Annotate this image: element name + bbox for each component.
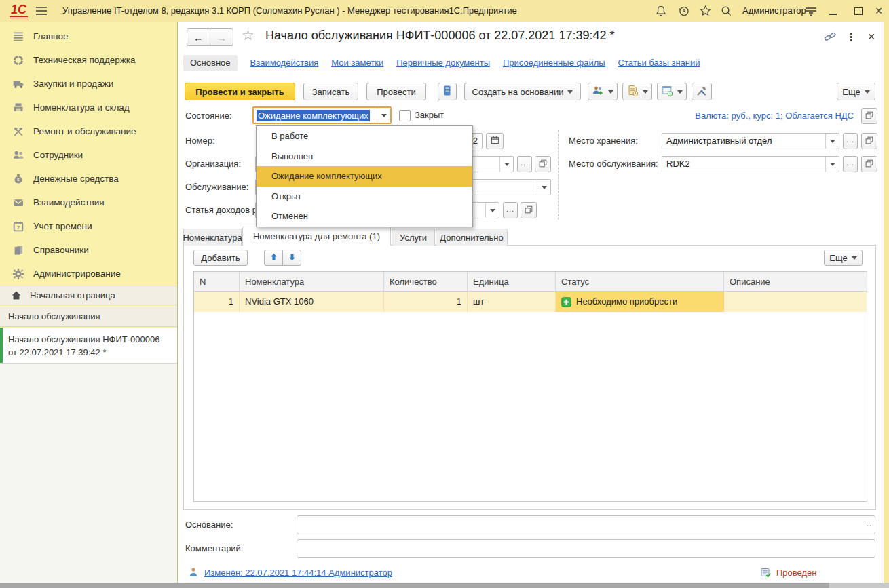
minimize-icon[interactable]: [822, 0, 843, 22]
back-button[interactable]: [187, 28, 210, 46]
sidebar-item-main[interactable]: Главное: [0, 24, 177, 48]
tab-nomenclature-repair[interactable]: Номенклатура для ремонта (1): [242, 227, 391, 246]
nav-link-interactions[interactable]: Взаимодействия: [250, 58, 319, 68]
hamburger-icon[interactable]: [34, 5, 49, 17]
calendar-button[interactable]: [486, 133, 504, 149]
service-place-choose-button[interactable]: [843, 156, 858, 172]
state-option-selected[interactable]: Ожидание комплектующих: [257, 166, 472, 187]
tab-nomenclature[interactable]: Номенклатура: [183, 229, 242, 246]
sidebar-item-employees[interactable]: Сотрудники: [0, 143, 177, 167]
sidebar-item-administration[interactable]: Администрирование: [0, 262, 177, 286]
service-place-open-button[interactable]: [861, 156, 877, 172]
organization-choose-button[interactable]: [517, 156, 532, 172]
post-and-close-button[interactable]: Провести и закрыть: [185, 83, 295, 100]
post-button[interactable]: Провести: [366, 83, 426, 100]
state-dropdown-button[interactable]: [377, 108, 390, 123]
cell-status[interactable]: Необходимо приобрести: [556, 292, 724, 312]
horizontal-scrollbar-thumb[interactable]: [0, 583, 829, 588]
create-based-on-button[interactable]: Создать на основании: [464, 83, 581, 100]
cell-quantity[interactable]: 1: [384, 292, 468, 312]
search-icon[interactable]: [718, 5, 734, 17]
move-down-button[interactable]: [282, 250, 301, 266]
link-icon[interactable]: [822, 30, 837, 43]
sidebar-item-warehouse[interactable]: Номенклатура и склад: [0, 96, 177, 119]
report-clock-button[interactable]: [657, 83, 687, 100]
column-header[interactable]: Статус: [556, 272, 724, 292]
add-row-button[interactable]: Добавить: [193, 250, 248, 266]
income-item-open-button[interactable]: [521, 202, 537, 218]
close-icon[interactable]: [869, 0, 889, 22]
sidebar-tab-active-document[interactable]: Начало обслуживания НФИТ-000006 от 22.07…: [0, 328, 177, 364]
bell-icon[interactable]: [653, 5, 669, 17]
sidebar-item-timesheet[interactable]: 7 Учет времени: [0, 214, 177, 238]
tab-additional[interactable]: Дополнительно: [436, 229, 508, 246]
state-option[interactable]: В работе: [257, 126, 472, 146]
save-button[interactable]: Записать: [303, 83, 358, 100]
horizontal-scrollbar-track[interactable]: [829, 583, 889, 588]
sidebar-item-money[interactable]: s Денежные средства: [0, 167, 177, 191]
storage-place-field[interactable]: Административный отдел: [662, 133, 839, 149]
document-clock-button[interactable]: [622, 83, 652, 100]
application-window: 1С Управление IT-отделом 8, редакция 3.1…: [0, 0, 889, 588]
column-header[interactable]: Описание: [724, 272, 867, 292]
column-header[interactable]: Единица измерения: [468, 272, 556, 292]
cell-unit[interactable]: шт: [468, 292, 556, 312]
sidebar-tab-home[interactable]: Начальная страница: [0, 286, 177, 305]
settings-wrench-button[interactable]: [692, 83, 712, 100]
column-header[interactable]: Номенклатура: [240, 272, 384, 292]
column-header[interactable]: Количество: [384, 272, 468, 292]
closed-checkbox-label[interactable]: Закрыт: [415, 107, 444, 123]
column-header[interactable]: N: [194, 272, 240, 292]
reason-choose-button[interactable]: [861, 516, 875, 534]
storage-place-choose-button[interactable]: [843, 133, 858, 149]
sidebar-item-support[interactable]: Техническая поддержка: [0, 48, 177, 72]
sidebar-item-interactions[interactable]: Взаимодействия: [0, 191, 177, 214]
comment-field[interactable]: [297, 539, 875, 558]
currency-info-link[interactable]: Валюта: руб., курс: 1; Облагается НДС: [577, 111, 854, 121]
modified-link[interactable]: Изменён: 22.07.2021 17:44:14 Администрат…: [204, 568, 392, 578]
create-user-button[interactable]: [588, 83, 618, 100]
history-icon[interactable]: [676, 5, 692, 17]
income-item-choose-button[interactable]: [503, 202, 518, 218]
nav-link-primary-docs[interactable]: Первичные документы: [396, 58, 490, 68]
cell-description[interactable]: [724, 292, 867, 312]
more-dots-icon[interactable]: [846, 30, 856, 43]
maximize-icon[interactable]: [848, 0, 869, 22]
dropdown-arrow-icon[interactable]: [825, 134, 839, 149]
cell-nomenclature[interactable]: NVidia GTX 1060: [240, 292, 384, 312]
state-option[interactable]: Отменен: [257, 206, 472, 227]
move-up-button[interactable]: [264, 250, 283, 266]
register-records-button[interactable]: [438, 83, 457, 100]
dropdown-arrow-icon[interactable]: [537, 180, 550, 195]
state-combobox[interactable]: Ожидание комплектующих: [252, 106, 392, 124]
star-outline-icon[interactable]: [242, 27, 254, 43]
currency-open-button[interactable]: [861, 108, 877, 124]
nav-link-kb-articles[interactable]: Статьи базы знаний: [618, 58, 700, 68]
dropdown-arrow-icon[interactable]: [825, 157, 839, 172]
service-place-field[interactable]: RDK2: [662, 156, 839, 172]
nav-link-notes[interactable]: Мои заметки: [331, 58, 383, 68]
forward-button[interactable]: [210, 28, 233, 46]
favorites-star-icon[interactable]: [697, 5, 713, 17]
nav-link-attached-files[interactable]: Присоединенные файлы: [503, 58, 605, 68]
tab-services[interactable]: Услуги: [392, 229, 435, 246]
sidebar-item-repair[interactable]: Ремонт и обслуживание: [0, 119, 177, 143]
storage-place-open-button[interactable]: [861, 133, 877, 149]
header-more-button[interactable]: Еще: [837, 83, 875, 100]
reason-field[interactable]: [297, 515, 875, 534]
dropdown-arrow-icon[interactable]: [485, 203, 499, 218]
current-user[interactable]: Администратор: [742, 0, 806, 22]
state-option[interactable]: Выполнен: [257, 146, 472, 167]
table-more-button[interactable]: Еще: [824, 250, 863, 266]
sidebar-tab-doc-list[interactable]: Начало обслуживания: [0, 306, 177, 327]
sidebar-item-references[interactable]: Справочники: [0, 238, 177, 262]
dropdown-arrow-icon[interactable]: [499, 157, 513, 172]
sidebar-item-purchases[interactable]: Закупки и продажи: [0, 72, 177, 96]
closed-checkbox[interactable]: [399, 110, 411, 121]
state-option[interactable]: Открыт: [257, 187, 472, 207]
service-menu-icon[interactable]: [802, 5, 820, 17]
nav-tab-main[interactable]: Основное: [183, 55, 238, 71]
cell-line-number[interactable]: 1: [194, 292, 240, 312]
organization-open-button[interactable]: [535, 156, 551, 172]
close-form-icon[interactable]: [865, 30, 878, 43]
